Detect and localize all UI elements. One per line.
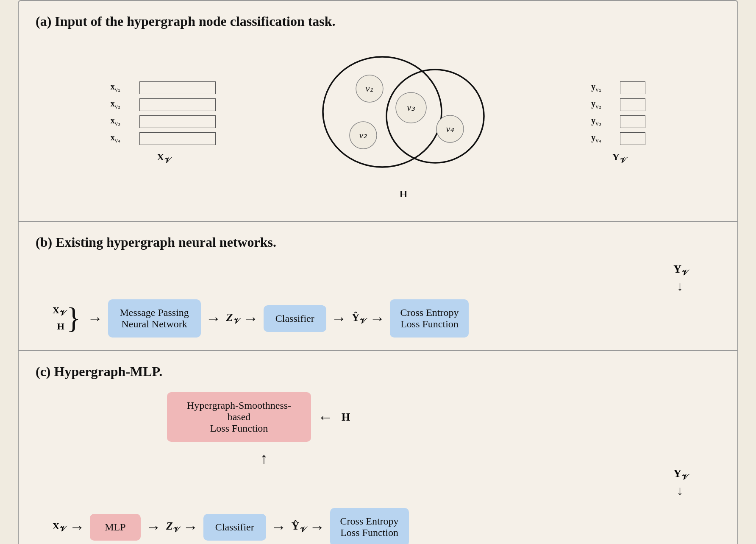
x-matrix-label: X𝒱 — [111, 151, 216, 165]
svg-text:v₂: v₂ — [359, 130, 368, 140]
feature-row-3: xv₃ — [111, 115, 216, 128]
h-matrix-label: H — [400, 188, 408, 200]
arrow-c1: → — [69, 518, 85, 536]
feature-label-2: xv₂ — [111, 99, 136, 110]
up-arrow-container: ↑ — [260, 442, 720, 467]
classifier-box-c: Classifier — [203, 514, 266, 541]
svg-text:v₄: v₄ — [446, 123, 454, 134]
hypergraph-svg: v₁ v₂ v₃ v₄ — [314, 46, 492, 182]
arrow-h-smooth: ← — [318, 408, 333, 426]
flow-row-b: X𝒱 H } → Message PassingNeural Network →… — [36, 299, 720, 338]
label-row-4: yv₄ — [591, 132, 645, 145]
label-box-2 — [620, 98, 645, 111]
down-arrow-c: ↓ — [677, 483, 683, 498]
yv-label-b: Y𝒱 — [673, 263, 687, 277]
mpnn-box: Message PassingNeural Network — [108, 299, 201, 338]
arrow-c2: → — [146, 518, 161, 536]
up-arrow-c: ↑ — [260, 449, 268, 467]
yv-above-c: Y𝒱 ↓ — [673, 467, 687, 499]
h-input-b: H — [57, 321, 64, 332]
feature-label-3: xv₃ — [111, 116, 136, 127]
label-matrix: yv₁ yv₂ yv₃ yv₄ — [591, 81, 645, 145]
feature-label-1: xv₁ — [111, 82, 136, 93]
arrow-b4: → — [331, 310, 347, 327]
hypergraph-container: v₁ v₂ v₃ v₄ H — [314, 46, 492, 200]
feature-matrix: xv₁ xv₂ xv₃ xv₄ — [111, 81, 216, 145]
y-matrix-label: Y𝒱 — [591, 151, 645, 165]
panel-c-content: Hypergraph-Smoothness-basedLoss Function… — [36, 392, 720, 544]
arrow-b2: → — [206, 310, 221, 327]
feature-box-3 — [139, 115, 216, 128]
down-arrow-b: ↓ — [677, 279, 683, 293]
mlp-box: MLP — [90, 514, 141, 541]
label-row-2: yv₂ — [591, 98, 645, 111]
feature-box-4 — [139, 132, 216, 145]
feature-box-2 — [139, 98, 216, 111]
panel-a: (a) Input of the hypergraph node classif… — [19, 1, 737, 222]
feature-box-1 — [139, 81, 216, 94]
label-name-3: yv₃ — [591, 116, 617, 127]
panel-a-title: (a) Input of the hypergraph node classif… — [36, 14, 720, 29]
feature-row-4: xv₄ — [111, 132, 216, 145]
arrow-b5: → — [370, 310, 385, 327]
label-name-2: yv₂ — [591, 99, 617, 110]
label-box-4 — [620, 132, 645, 145]
svg-text:v₃: v₃ — [407, 102, 416, 113]
xv-label-c: X𝒱 — [53, 521, 64, 533]
input-bracket-b: X𝒱 H — [53, 305, 64, 332]
flow-row-c: X𝒱 → MLP → Z𝒱 → Classifier → Ŷ𝒱 → Cross … — [36, 508, 720, 544]
panel-b: (b) Existing hypergraph neural networks.… — [19, 222, 737, 351]
panel-b-title: (b) Existing hypergraph neural networks. — [36, 234, 720, 250]
panel-c: (c) Hypergraph-MLP. Hypergraph-Smoothnes… — [19, 351, 737, 544]
arrow-c5: → — [310, 518, 325, 536]
label-name-1: yv₁ — [591, 82, 617, 93]
arrow-c3: → — [183, 518, 198, 536]
panel-a-content: xv₁ xv₂ xv₃ xv₄ X� — [36, 42, 720, 208]
main-container: (a) Input of the hypergraph node classif… — [18, 0, 738, 544]
zv-label-b: Z𝒱 — [226, 311, 238, 326]
yv-label-c: Y𝒱 — [673, 467, 687, 482]
label-row-1: yv₁ — [591, 81, 645, 94]
xv-input-b: X𝒱 — [53, 305, 64, 318]
smooth-loss-row: Hypergraph-Smoothness-basedLoss Function… — [167, 392, 720, 442]
classifier-box-b: Classifier — [264, 305, 326, 332]
feature-row-1: xv₁ — [111, 81, 216, 94]
arrow-b3: → — [243, 310, 258, 327]
cross-entropy-box-b: Cross EntropyLoss Function — [390, 299, 469, 338]
label-row-3: yv₃ — [591, 115, 645, 128]
feature-matrix-container: xv₁ xv₂ xv₃ xv₄ X� — [111, 81, 216, 165]
zv-label-c: Z𝒱 — [166, 520, 178, 534]
h-label-c: H — [342, 411, 350, 424]
bracket-b: } — [67, 307, 81, 330]
feature-row-2: xv₂ — [111, 98, 216, 111]
cross-entropy-box-c: Cross EntropyLoss Function — [330, 508, 409, 544]
label-matrix-container: yv₁ yv₂ yv₃ yv₄ Y� — [591, 81, 645, 165]
yhat-b: Ŷ𝒱 — [352, 311, 365, 326]
arrow-c4: → — [271, 518, 286, 536]
panel-c-title: (c) Hypergraph-MLP. — [36, 364, 720, 379]
label-name-4: yv₄ — [591, 133, 617, 144]
yhat-c: Ŷ𝒱 — [292, 520, 305, 534]
yv-above-b: Y𝒱 ↓ — [673, 263, 687, 295]
arrow-b1: → — [88, 310, 103, 327]
label-box-1 — [620, 81, 645, 94]
label-box-3 — [620, 115, 645, 128]
feature-label-4: xv₄ — [111, 133, 136, 144]
svg-text:v₁: v₁ — [366, 83, 374, 94]
smooth-loss-box: Hypergraph-Smoothness-basedLoss Function — [167, 392, 311, 442]
